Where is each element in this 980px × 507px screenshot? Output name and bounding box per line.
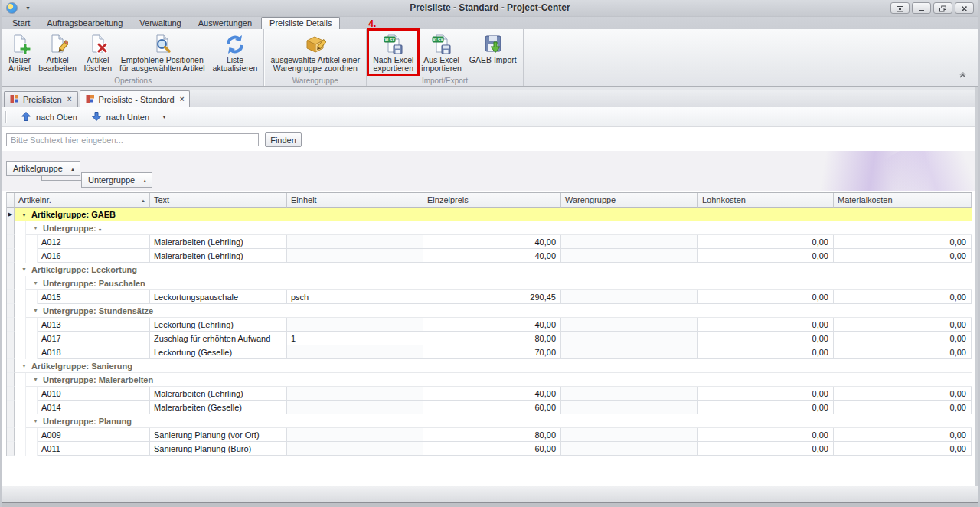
article-row[interactable]: A018Leckortung (Geselle)70,000,000,00 <box>7 345 972 359</box>
column-header-lohnkosten[interactable]: Lohnkosten <box>698 193 834 208</box>
cell-einheit[interactable] <box>287 387 423 401</box>
group-row-cell[interactable]: ▼Artikelgruppe: Leckortung <box>15 263 972 276</box>
cell-einheit[interactable] <box>287 428 423 442</box>
cell-lohnkosten[interactable]: 0,00 <box>698 387 834 401</box>
expand-collapse-icon[interactable]: ▼ <box>33 280 38 286</box>
ribbon-tab-auswertungen[interactable]: Auswertungen <box>191 17 260 29</box>
cell-warengruppe[interactable] <box>561 401 698 414</box>
column-header-einzelpreis[interactable]: Einzelpreis <box>423 193 561 208</box>
group-row-cell[interactable]: ▼Untergruppe: Planung <box>26 414 972 428</box>
group-row-cell[interactable]: ▼Artikelgruppe: Sanierung <box>15 359 972 373</box>
cell-materialkosten[interactable]: 0,00 <box>834 387 972 401</box>
artikel-löschen-button[interactable]: Artikellöschen <box>80 31 116 74</box>
cell-einheit[interactable] <box>287 249 423 263</box>
cell-lohnkosten[interactable]: 0,00 <box>698 235 834 249</box>
cell-einzelpreis[interactable]: 60,00 <box>423 442 561 456</box>
group-row-cell[interactable]: ▼Untergruppe: Malerarbeiten <box>26 373 972 387</box>
article-row[interactable]: A009Sanierung Planung (vor Ort)80,000,00… <box>7 428 972 442</box>
cell-einheit[interactable] <box>287 442 423 456</box>
search-input[interactable] <box>6 133 259 146</box>
expand-collapse-icon[interactable]: ▼ <box>21 363 27 368</box>
article-row[interactable]: A013Leckortung (Lehrling)40,000,000,00 <box>7 318 972 332</box>
cell-warengruppe[interactable] <box>561 428 698 442</box>
move-up-button[interactable]: nach Oben <box>14 110 84 125</box>
cell-artikelnr[interactable]: A013 <box>38 318 150 332</box>
cell-lohnkosten[interactable]: 0,00 <box>698 442 834 456</box>
group-row[interactable]: ▼Untergruppe: Pauschalen <box>7 276 972 290</box>
expand-collapse-icon[interactable]: ▼ <box>33 225 38 231</box>
cell-lohnkosten[interactable]: 0,00 <box>698 428 834 442</box>
liste-aktualisieren-button[interactable]: Listeaktualisieren <box>209 31 262 74</box>
ribbon-tab-preisliste-details[interactable]: Preisliste Details <box>261 17 340 29</box>
cell-warengruppe[interactable] <box>561 235 698 249</box>
cell-warengruppe[interactable] <box>561 249 698 263</box>
cell-materialkosten[interactable]: 0,00 <box>834 249 972 263</box>
expand-collapse-icon[interactable]: ▼ <box>33 377 38 382</box>
cell-text[interactable]: Malerarbeiten (Lehrling) <box>150 235 287 249</box>
group-row[interactable]: ▼Untergruppe: Planung <box>7 414 972 428</box>
group-row-cell[interactable]: ▼Untergruppe: - <box>26 221 972 235</box>
toolbar-overflow-button[interactable]: ▼ <box>158 110 170 125</box>
cell-warengruppe[interactable] <box>561 387 698 401</box>
document-tab-preislisten[interactable]: Preislisten× <box>4 91 78 107</box>
cell-einheit[interactable]: 1 <box>287 332 423 345</box>
article-row[interactable]: A015Leckortungspauschalepsch290,450,000,… <box>7 290 972 304</box>
aus-excel-importieren-button[interactable]: XLSXAus Excelimportieren <box>417 31 466 74</box>
cell-einzelpreis[interactable]: 70,00 <box>423 345 561 359</box>
cell-text[interactable]: Malerarbeiten (Geselle) <box>150 401 287 414</box>
cell-warengruppe[interactable] <box>561 332 698 345</box>
cell-lohnkosten[interactable]: 0,00 <box>698 318 834 332</box>
cell-einheit[interactable] <box>287 235 423 249</box>
fullscreen-button[interactable] <box>890 2 910 14</box>
find-button[interactable]: Finden <box>265 132 302 147</box>
cell-lohnkosten[interactable]: 0,00 <box>698 345 834 359</box>
cell-lohnkosten[interactable]: 0,00 <box>698 290 834 304</box>
cell-text[interactable]: Leckortung (Geselle) <box>150 345 287 359</box>
cell-text[interactable]: Malerarbeiten (Lehrling) <box>150 387 287 401</box>
cell-warengruppe[interactable] <box>561 442 698 456</box>
cell-materialkosten[interactable]: 0,00 <box>834 290 972 304</box>
cell-lohnkosten[interactable]: 0,00 <box>698 332 834 345</box>
document-tab-preisliste-standard[interactable]: Preisliste - Standard× <box>80 90 191 107</box>
cell-einheit[interactable] <box>287 318 423 332</box>
empfohlene-positionen-für-ausgewählten-artikel-button[interactable]: Empfohlene Positionenfür ausgewählten Ar… <box>116 31 208 74</box>
cell-lohnkosten[interactable]: 0,00 <box>698 401 834 414</box>
cell-einzelpreis[interactable]: 40,00 <box>423 249 561 263</box>
close-tab-icon[interactable]: × <box>180 96 185 103</box>
cell-artikelnr[interactable]: A018 <box>38 345 150 359</box>
cell-warengruppe[interactable] <box>561 345 698 359</box>
expand-collapse-icon[interactable]: ▼ <box>33 308 38 313</box>
column-header-einheit[interactable]: Einheit <box>287 193 423 208</box>
column-header-materialkosten[interactable]: Materialkosten <box>834 193 972 208</box>
group-row[interactable]: ▼Untergruppe: Stundensätze <box>7 304 972 318</box>
column-header-text[interactable]: Text <box>150 193 287 208</box>
group-row-cell[interactable]: ▼Untergruppe: Stundensätze <box>26 304 972 318</box>
artikel-bearbeiten-button[interactable]: Artikelbearbeiten <box>34 31 80 74</box>
cell-artikelnr[interactable]: A014 <box>38 401 150 414</box>
cell-text[interactable]: Sanierung Planung (vor Ort) <box>150 428 287 442</box>
article-row[interactable]: A012Malerarbeiten (Lehrling)40,000,000,0… <box>7 235 972 249</box>
ausgewählte-artikel-einer-warengruppe-zuordnen-button[interactable]: ausgewählte Artikel einerWarengruppe zuo… <box>266 31 364 74</box>
cell-einheit[interactable]: psch <box>287 290 423 304</box>
ribbon-tab-verwaltung[interactable]: Verwaltung <box>132 17 188 29</box>
cell-warengruppe[interactable] <box>561 318 698 332</box>
cell-materialkosten[interactable]: 0,00 <box>834 332 972 345</box>
cell-einzelpreis[interactable]: 40,00 <box>423 387 561 401</box>
cell-artikelnr[interactable]: A016 <box>38 249 150 263</box>
expand-collapse-icon[interactable]: ▼ <box>21 267 27 272</box>
move-down-button[interactable]: nach Unten <box>84 110 156 125</box>
collapse-ribbon-icon[interactable] <box>958 68 968 82</box>
expand-collapse-icon[interactable]: ▼ <box>33 418 38 424</box>
cell-text[interactable]: Leckortung (Lehrling) <box>150 318 287 332</box>
restore-button[interactable] <box>933 2 952 14</box>
cell-einheit[interactable] <box>287 345 423 359</box>
article-row[interactable]: A014Malerarbeiten (Geselle)60,000,000,00 <box>7 401 972 414</box>
article-row[interactable]: A011Sanierung Planung (Büro)60,000,000,0… <box>7 442 972 456</box>
group-row-cell[interactable]: ▼Untergruppe: Pauschalen <box>26 276 972 290</box>
group-row[interactable]: ▼Artikelgruppe: Leckortung <box>7 263 972 276</box>
group-row[interactable]: ▼Artikelgruppe: Sanierung <box>7 359 972 373</box>
cell-materialkosten[interactable]: 0,00 <box>834 428 972 442</box>
cell-artikelnr[interactable]: A010 <box>38 387 150 401</box>
ribbon-tab-auftragsbearbeitung[interactable]: Auftragsbearbeitung <box>39 17 130 29</box>
cell-einzelpreis[interactable]: 290,45 <box>423 290 561 304</box>
